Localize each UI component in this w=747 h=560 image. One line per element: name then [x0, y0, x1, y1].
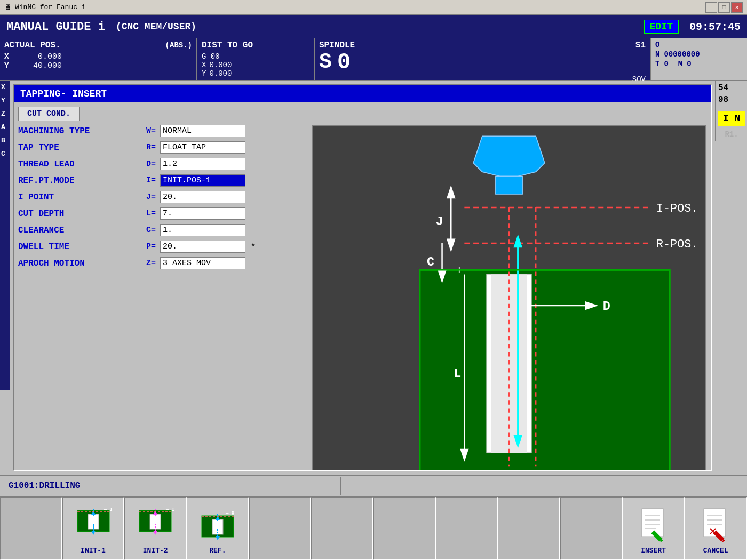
field-row-3: REF.PT.MODEI=INIT.POS-1	[18, 174, 306, 187]
bottom-right-area	[341, 476, 747, 496]
svg-text:— I: — I	[104, 507, 112, 513]
softkey-9[interactable]	[560, 497, 623, 560]
field-row-7: DWELL TIMEP=20. *	[18, 241, 306, 253]
header-bar: MANUAL GUIDE i (CNC_MEM/USER) EDIT 09:57…	[0, 15, 747, 38]
field-prefix-0: W=	[140, 126, 156, 135]
softkey-7[interactable]	[436, 497, 498, 560]
softkey-init2-label: INIT-2	[143, 547, 168, 555]
axis-c: C	[1, 150, 9, 158]
svg-rect-2	[496, 176, 522, 194]
x-coord: X 0.000	[4, 52, 192, 61]
axes-sidebar: X Y Z A B C	[0, 81, 10, 390]
g1001-label: G1001:DRILLING	[0, 477, 341, 495]
maximize-button[interactable]: □	[718, 2, 730, 13]
field-row-4: I POINTJ=20.	[18, 191, 306, 203]
bottom-info-bar: G1001:DRILLING	[0, 475, 747, 496]
field-prefix-2: D=	[140, 159, 156, 169]
dialog: TAPPING- INSERT CUT COND. MACHINING TYPE…	[13, 84, 712, 471]
field-label-0: MACHINING TYPE	[18, 126, 136, 136]
softkey-init1-label: INIT-1	[81, 547, 106, 555]
field-input-5[interactable]: 7.	[160, 207, 245, 220]
field-input-2[interactable]: 1.2	[160, 158, 245, 170]
svg-marker-1	[473, 136, 545, 176]
field-input-3[interactable]: INIT.POS-1	[160, 174, 245, 187]
field-label-4: I POINT	[18, 193, 136, 202]
header-left: MANUAL GUIDE i (CNC_MEM/USER)	[6, 20, 196, 34]
field-label-5: CUT DEPTH	[18, 209, 136, 219]
field-input-1[interactable]: FLOAT TAP	[160, 141, 245, 154]
s-label: S	[319, 50, 332, 74]
svg-text:+: +	[456, 264, 463, 278]
svg-text:L: L	[454, 367, 461, 381]
softkey-cancel-label: CANCEL	[703, 547, 728, 555]
manual-guide-title: MANUAL GUIDE i	[6, 20, 105, 34]
softkey-ref[interactable]: — R REF.	[187, 497, 249, 560]
field-input-0[interactable]: NORMAL	[160, 125, 245, 137]
header-time: 09:57:45	[689, 21, 741, 33]
field-prefix-3: I=	[140, 176, 156, 185]
softkey-cancel[interactable]: CANCEL	[685, 497, 747, 560]
right-status-panel: O N 00000000 T 0 M 0	[651, 38, 747, 80]
minimize-button[interactable]: ─	[705, 2, 717, 13]
tab-cut-cond[interactable]: CUT COND.	[18, 107, 80, 121]
svg-text:C: C	[427, 255, 434, 269]
svg-marker-44	[153, 531, 157, 535]
spindle-panel: SPINDLE S1 S 0 SOV 100%	[315, 38, 651, 80]
softkey-insert-label: INSERT	[641, 547, 666, 555]
softkey-4[interactable]	[249, 497, 312, 560]
field-label-3: REF.PT.MODE	[18, 176, 136, 186]
tab-row: CUT COND.	[18, 107, 706, 121]
field-label-7: DWELL TIME	[18, 242, 136, 252]
axis-b: B	[1, 137, 9, 145]
close-button[interactable]: ✕	[731, 2, 743, 13]
field-input-4[interactable]: 20.	[160, 191, 245, 203]
title-bar: 🖥 WinNC for Fanuc i ─ □ ✕	[0, 0, 747, 15]
dialog-body: CUT COND. MACHINING TYPEW=NORMALTAP TYPE…	[14, 102, 711, 470]
field-input-6[interactable]: 1.	[160, 224, 245, 236]
main-content: TAPPING- INSERT CUT COND. MACHINING TYPE…	[10, 81, 715, 475]
mem-user-label: (CNC_MEM/USER)	[116, 21, 196, 32]
edit-badge: EDIT	[644, 20, 679, 34]
softkey-5[interactable]	[311, 497, 374, 560]
field-label-2: THREAD LEAD	[18, 159, 136, 169]
field-prefix-7: P=	[140, 242, 156, 251]
softkey-8[interactable]	[498, 497, 560, 560]
axis-x: X	[1, 83, 9, 91]
field-row-5: CUT DEPTHL=7.	[18, 207, 306, 220]
field-label-8: APROCH MOTION	[18, 259, 136, 268]
r1-label: R1.	[718, 130, 745, 139]
actual-pos-title: ACTUAL POS. (ABS.)	[4, 41, 192, 50]
svg-text:D: D	[603, 300, 610, 314]
svg-text:I-POS.: I-POS.	[656, 202, 698, 215]
svg-marker-36	[91, 531, 96, 535]
axis-y: Y	[1, 97, 9, 105]
in-badge: I N	[718, 111, 745, 126]
axis-a: A	[1, 123, 9, 131]
y-coord: Y 40.000	[4, 61, 192, 70]
dialog-title: TAPPING- INSERT	[14, 85, 711, 102]
field-row-2: THREAD LEADD=1.2	[18, 158, 306, 170]
form-fields: MACHINING TYPEW=NORMALTAP TYPER=FLOAT TA…	[18, 125, 306, 470]
softkey-ref-label: REF.	[209, 547, 226, 555]
svg-text:— I: — I	[165, 507, 174, 513]
field-input-7[interactable]: 20.	[160, 241, 245, 253]
softkey-init2[interactable]: — I INIT-2	[124, 497, 187, 560]
field-row-6: CLEARANCEC=1.	[18, 224, 306, 236]
field-label-6: CLEARANCE	[18, 226, 136, 235]
right-numbers-panel: 54 98 I N R1.	[715, 81, 747, 141]
svg-text:— R: — R	[225, 511, 235, 516]
softkey-insert[interactable]: INSERT	[623, 497, 685, 560]
field-prefix-6: C=	[140, 226, 156, 235]
field-prefix-8: Z=	[140, 259, 156, 268]
field-prefix-4: J=	[140, 193, 156, 202]
status-row: ACTUAL POS. (ABS.) X 0.000 Y 40.000 DIST…	[0, 38, 747, 81]
softkey-1[interactable]	[0, 497, 62, 560]
softkey-init1[interactable]: — I INIT-1	[62, 497, 125, 560]
axis-z: Z	[1, 110, 9, 118]
svg-text:R-POS.: R-POS.	[656, 238, 698, 251]
field-prefix-1: R=	[140, 143, 156, 152]
softkey-6[interactable]	[374, 497, 436, 560]
dist-to-go-panel: DIST TO GO G 00 X 0.000 Y 0.000	[197, 38, 315, 80]
field-label-1: TAP TYPE	[18, 143, 136, 153]
field-input-8[interactable]: 3 AXES MOV	[160, 257, 245, 269]
